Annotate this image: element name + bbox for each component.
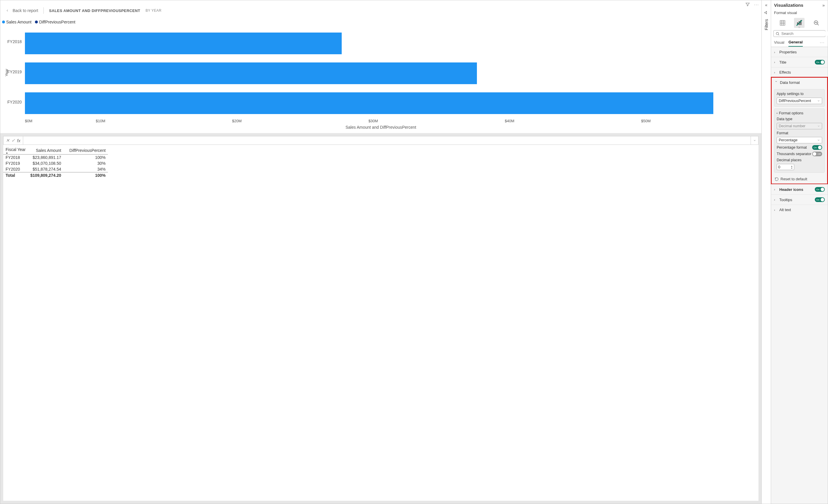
svg-rect-0: [780, 20, 785, 26]
col-header-sales-amount[interactable]: Sales Amount: [28, 146, 64, 155]
apply-settings-panel: Apply settings to DiffPreviousPercent: [774, 89, 825, 107]
filter-icon[interactable]: [745, 2, 750, 7]
y-tick: FY2020: [7, 100, 22, 104]
section-effects[interactable]: › Effects: [771, 67, 828, 77]
x-tick: $30M: [305, 119, 442, 123]
formula-dropdown-button[interactable]: [751, 136, 758, 144]
thousands-separator-label: Thousands separator: [777, 152, 811, 156]
table-row[interactable]: FY2018 $23,860,891.17 100%: [3, 155, 108, 161]
section-data-format[interactable]: › Data format: [772, 78, 827, 87]
table-total-row[interactable]: Total $109,809,274.20 100%: [3, 172, 108, 178]
expand-pane-icon[interactable]: »: [822, 3, 825, 8]
x-axis-title: Sales Amount and DiffPreviousPercent: [3, 125, 758, 130]
table-row[interactable]: FY2019 $34,070,108.50 30%: [3, 160, 108, 166]
fx-icon[interactable]: fx: [17, 138, 20, 143]
commit-formula-icon[interactable]: ✓: [11, 138, 15, 143]
col-header-diffpreviouspercent[interactable]: DiffPreviousPercent: [64, 146, 108, 155]
chevron-right-icon: ›: [774, 50, 778, 54]
table-row[interactable]: FY2020 $51,878,274.54 34%: [3, 166, 108, 172]
search-icon: [776, 32, 780, 36]
legend-dot-icon: [35, 20, 38, 24]
legend-dot-icon: [2, 20, 5, 24]
search-input[interactable]: [781, 31, 828, 36]
expand-filters-icon[interactable]: «: [765, 3, 768, 7]
col-header-fiscal-year[interactable]: Fiscal Year ▲: [3, 146, 28, 155]
y-axis-title: Year: [4, 69, 9, 76]
percentage-format-toggle[interactable]: On: [812, 145, 822, 150]
visualizations-title: Visualizations: [774, 3, 803, 8]
decimal-places-input[interactable]: 0 ▲▼: [777, 164, 794, 170]
chevron-left-icon: [6, 8, 9, 13]
x-tick: $20M: [169, 119, 305, 123]
apply-settings-label: Apply settings to: [777, 92, 822, 96]
visual-subtitle: BY YEAR: [146, 8, 161, 13]
build-visual-icon[interactable]: [777, 18, 788, 28]
format-visual-label: Format visual: [771, 10, 828, 17]
sort-asc-icon: ▲: [6, 152, 26, 154]
legend-item[interactable]: Sales Amount: [2, 19, 31, 24]
title-toggle[interactable]: On: [815, 60, 825, 65]
formula-input[interactable]: [23, 136, 751, 144]
back-to-report-button[interactable]: Back to report: [6, 8, 38, 13]
apply-settings-dropdown[interactable]: DiffPreviousPercent: [777, 98, 822, 104]
filters-rail-label: Filters: [764, 19, 769, 30]
tab-general[interactable]: General: [788, 40, 802, 47]
section-header-icons[interactable]: › Header icons On: [771, 184, 828, 195]
bar-row[interactable]: [25, 92, 755, 114]
section-tooltips[interactable]: › Tooltips On: [771, 195, 828, 205]
percentage-format-label: Percentage format: [777, 145, 807, 150]
y-tick: FY2018: [7, 39, 22, 44]
data-format-highlighted-block: › Data format Apply settings to DiffPrev…: [771, 77, 828, 184]
report-canvas: ··· Back to report SALES AMOUNT AND DIFF…: [0, 0, 762, 504]
chevron-right-icon: ›: [774, 60, 778, 64]
legend-item[interactable]: DiffPreviousPercent: [35, 19, 75, 24]
svg-point-10: [776, 32, 778, 35]
tooltips-toggle[interactable]: On: [815, 197, 825, 202]
stepper-icon[interactable]: ▲▼: [791, 165, 793, 169]
legend-label: Sales Amount: [6, 19, 31, 24]
filters-rail[interactable]: « Filters: [762, 0, 771, 504]
x-tick: $10M: [32, 119, 169, 123]
section-alt-text[interactable]: › Alt text: [771, 205, 828, 215]
analytics-icon[interactable]: [811, 18, 822, 28]
data-table: Fiscal Year ▲ Sales Amount DiffPreviousP…: [3, 146, 108, 178]
svg-line-9: [818, 24, 819, 26]
tabs-more-icon[interactable]: ···: [820, 40, 825, 46]
data-type-dropdown[interactable]: Decimal number: [777, 123, 822, 129]
decimal-places-label: Decimal places: [777, 158, 822, 162]
tab-visual[interactable]: Visual: [774, 40, 784, 46]
bar-row[interactable]: [25, 62, 755, 84]
chart-area: Year FY2018 FY2019 FY2020 $0M $10M $20M …: [0, 27, 761, 133]
cancel-formula-icon[interactable]: ✕: [6, 138, 10, 143]
chevron-right-icon: ›: [774, 208, 778, 212]
more-options-icon[interactable]: ···: [754, 2, 759, 7]
y-tick: FY2019: [7, 70, 22, 74]
announce-icon[interactable]: [764, 10, 769, 15]
visualizations-pane: Visualizations » Format visual: [771, 0, 828, 504]
search-box[interactable]: [774, 30, 825, 37]
chevron-down-icon: ›: [775, 81, 778, 84]
reset-to-default-button[interactable]: Reset to default: [772, 174, 827, 183]
chart-legend: Sales Amount DiffPreviousPercent: [0, 17, 761, 27]
visualizations-header: Visualizations »: [771, 0, 828, 10]
chevron-right-icon: ›: [774, 198, 778, 201]
x-axis: $0M $10M $20M $30M $40M $50M: [3, 119, 758, 123]
section-title[interactable]: › Title On: [771, 57, 828, 67]
data-type-label: Data type: [777, 117, 822, 121]
section-properties[interactable]: › Properties: [771, 47, 828, 57]
y-axis-labels: FY2018 FY2019 FY2020: [7, 27, 25, 117]
format-visual-icon[interactable]: [794, 18, 804, 28]
format-options-panel: › Format options Data type Decimal numbe…: [774, 109, 825, 173]
x-tick: $40M: [442, 119, 578, 123]
format-options-header[interactable]: › Format options: [777, 111, 822, 115]
bar-row[interactable]: [25, 33, 755, 54]
thousands-separator-toggle[interactable]: Off: [812, 152, 822, 156]
formula-bar: ✕ ✓ fx: [3, 136, 758, 145]
format-dropdown[interactable]: Percentage: [777, 137, 822, 143]
format-mode-icons: [771, 17, 828, 28]
data-table-area: ✕ ✓ fx Fiscal Year ▲ Sales Amount DiffPr…: [0, 133, 761, 504]
header-icons-toggle[interactable]: On: [815, 187, 825, 192]
format-label: Format: [777, 131, 822, 135]
back-label: Back to report: [13, 8, 38, 13]
reset-icon: [775, 177, 779, 181]
